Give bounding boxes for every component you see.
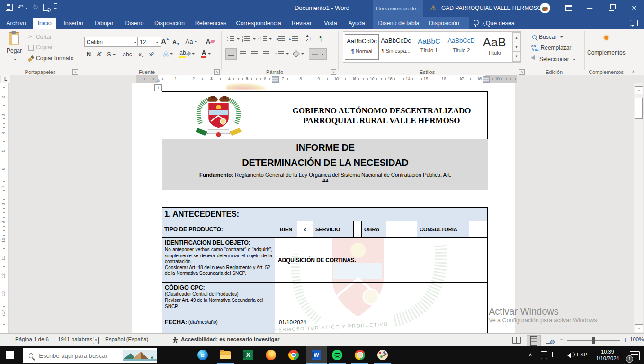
strikethrough-button[interactable]: abc — [121, 49, 134, 59]
increase-indent-button[interactable]: ▸ — [288, 34, 299, 44]
grow-font-button[interactable]: A▲ — [160, 36, 170, 46]
table-move-handle[interactable]: + — [154, 84, 162, 91]
tab-inicio[interactable]: Inicio — [33, 18, 56, 29]
accessibility-status[interactable]: Accesibilidad: es necesario investigar — [181, 337, 279, 342]
doc-header-table[interactable]: GOBIERNO AUTÓNOMO DESCENTRALIZADO PARROQ… — [162, 91, 488, 190]
show-marks-button[interactable]: ¶ — [316, 33, 326, 44]
paragraph-dialog-launcher[interactable]: ↘ — [331, 69, 336, 75]
minimize-button[interactable]: — — [583, 2, 596, 14]
tab-archivo[interactable]: Archivo — [4, 18, 28, 29]
feedback-comment-icon[interactable] — [630, 20, 638, 26]
close-button[interactable]: ✕ — [628, 2, 640, 14]
word-count[interactable]: 1941 palabras — [58, 337, 92, 342]
taskbar-chrome-profile-icon[interactable] — [354, 349, 366, 361]
tab-revisar[interactable]: Revisar — [290, 18, 313, 29]
account-name[interactable]: GAD PARROQUIAL VALLE HERMOSO — [441, 5, 542, 11]
objeto-value-cell[interactable]: ADQUISICIÓN DE CORTINAS. — [275, 238, 487, 282]
numbering-button[interactable]: 13 — [242, 34, 256, 44]
highlight-button[interactable]: ab — [179, 48, 195, 59]
format-painter-button[interactable]: Copiar formato — [28, 55, 73, 62]
doc-main-table[interactable]: 1. ANTECEDENTES: TIPO DE PRODUCTO: BIEN … — [162, 207, 488, 333]
entity-name-cell[interactable]: GOBIERNO AUTÓNOMO DESCENTRALIZADO PARROQ… — [275, 92, 488, 139]
indent-markers[interactable] — [156, 76, 161, 82]
tab-diseno[interactable]: Diseño — [122, 18, 147, 29]
styles-scroll-up[interactable]: ▲ — [512, 32, 520, 43]
font-size-combo[interactable]: 12 — [137, 37, 161, 47]
tray-volume-icon[interactable] — [564, 352, 576, 360]
styles-more-button[interactable]: ▼ — [512, 51, 520, 62]
style-titulo-2[interactable]: AaBbCcDTítulo 2 — [446, 34, 476, 59]
justify-button[interactable] — [261, 48, 271, 59]
undo-button[interactable]: ↶ — [18, 3, 28, 11]
scroll-down-button[interactable]: ▼ — [635, 324, 643, 332]
shading-button[interactable] — [292, 48, 306, 59]
clear-formatting-button[interactable]: A — [205, 36, 216, 46]
style-titulo[interactable]: AaBTítulo — [478, 34, 510, 59]
addins-button[interactable]: Complementos — [587, 33, 625, 56]
tab-selector[interactable]: L — [1, 75, 10, 84]
tellme-box[interactable]: ¿Qué desea hacer? — [482, 18, 534, 29]
taskbar-excel-icon[interactable]: X — [242, 349, 254, 361]
tab-vista[interactable]: Vista — [321, 18, 340, 29]
clipboard-dialog-launcher[interactable]: ↘ — [72, 69, 78, 75]
obra-mark-cell[interactable] — [386, 221, 417, 237]
tipo-producto-label-cell[interactable]: TIPO DE PRODUCTO: — [162, 221, 275, 237]
sort-button[interactable]: AZ ↓ — [303, 33, 314, 44]
subscript-button[interactable]: x₂ — [136, 49, 146, 59]
superscript-button[interactable]: x² — [147, 49, 156, 59]
text-effects-button[interactable]: A — [161, 48, 175, 59]
vertical-scrollbar[interactable]: ▲ ▼ — [634, 83, 643, 333]
borders-button[interactable] — [309, 48, 327, 60]
tab-referencias[interactable]: Referencias — [194, 18, 227, 29]
zoom-in-button[interactable]: + — [623, 336, 627, 344]
tab-insertar[interactable]: Insertar — [61, 18, 87, 29]
cpc-label-cell[interactable]: CÓDIGO CPC: (Clasificador Central de Pro… — [162, 283, 275, 314]
print-layout-button[interactable] — [527, 335, 541, 346]
style-titulo-1[interactable]: AaBbCTítulo 1 — [414, 34, 444, 59]
logo-cell[interactable] — [162, 92, 275, 139]
taskbar-search-box[interactable] — [23, 348, 157, 363]
horizontal-ruler[interactable]: 12345678910111213141516171819 — [136, 75, 517, 83]
change-case-button[interactable]: Aa — [184, 36, 199, 46]
start-button[interactable] — [6, 351, 14, 359]
tray-chevron-icon[interactable]: ∧ — [528, 352, 532, 358]
scroll-up-button[interactable]: ▲ — [635, 86, 643, 94]
tray-language-indicator[interactable]: ESP — [577, 352, 587, 357]
fecha-value-cell[interactable]: 01/10/2024 — [275, 314, 487, 330]
tray-clock[interactable]: 10:39 1/10/2024 — [592, 348, 623, 362]
antecedentes-header-cell[interactable]: 1. ANTECEDENTES: — [162, 208, 487, 221]
servicio-mark-cell[interactable] — [354, 221, 362, 237]
tab-correspondencia[interactable]: Correspondencia — [235, 18, 282, 29]
cpc-value-cell[interactable] — [275, 283, 487, 314]
zoom-out-button[interactable]: − — [560, 336, 564, 344]
zoom-slider-thumb[interactable] — [592, 337, 595, 344]
consultoria-cell[interactable]: CONSULTORIA — [417, 221, 469, 237]
tab-disposicion[interactable]: Disposición — [152, 18, 187, 29]
tab-dibujar[interactable]: Dibujar — [92, 18, 116, 29]
font-dialog-launcher[interactable]: ↘ — [214, 69, 220, 75]
replace-button[interactable]: ab↳ac Reemplazar — [531, 45, 571, 51]
customize-qat-button[interactable] — [54, 3, 57, 11]
font-color-button[interactable]: A — [199, 48, 213, 59]
shrink-font-button[interactable]: A▼ — [171, 37, 181, 46]
account-avatar[interactable] — [540, 3, 550, 13]
tray-tablet-icon[interactable] — [541, 351, 547, 359]
identificacion-label-cell[interactable]: IDENTIFICACION DEL OBJETO: No anteponer … — [162, 238, 275, 282]
servicio-cell[interactable]: SERVICIO — [313, 221, 354, 237]
obra-cell[interactable]: OBRA — [362, 221, 386, 237]
tab-ayuda[interactable]: Ayuda — [346, 18, 367, 29]
style-sin-espaciado[interactable]: AaBbCcDc¶ Sin espa... — [380, 34, 412, 59]
find-button[interactable]: Buscar — [532, 34, 563, 40]
bien-cell[interactable]: BIEN — [275, 221, 297, 237]
align-right-button[interactable] — [249, 48, 259, 59]
multilevel-list-button[interactable]: ¹⋮ — [258, 34, 272, 44]
paste-button[interactable]: Pegar — [4, 31, 25, 65]
tray-network-icon[interactable] — [552, 352, 560, 357]
font-family-combo[interactable]: Calibri — [84, 37, 139, 47]
scroll-thumb[interactable] — [635, 98, 643, 119]
styles-dialog-launcher[interactable]: ↘ — [519, 69, 525, 75]
read-mode-button[interactable] — [512, 337, 521, 344]
tab-diseno-de-tabla[interactable]: Diseño de tabla — [377, 18, 420, 29]
web-layout-button[interactable] — [546, 337, 554, 344]
styles-scroll-down[interactable]: ▼ — [512, 42, 520, 52]
